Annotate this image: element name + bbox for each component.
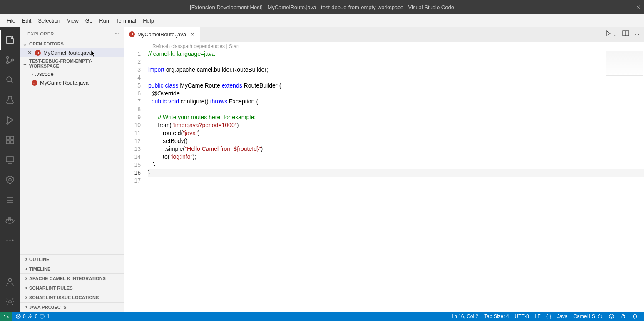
- eol[interactable]: LF: [532, 313, 544, 319]
- section-sonarlint-issue-locations[interactable]: ⌄SONARLINT ISSUE LOCATIONS: [20, 293, 124, 302]
- menu-item-view[interactable]: View: [64, 16, 82, 25]
- tree-filename: MyCamelRoute.java: [40, 80, 89, 86]
- run-dropdown[interactable]: ⌄: [613, 32, 617, 37]
- sidebar: EXPLORER ··· ⌄ OPEN EDITORS ✕ J MyCamelR…: [20, 27, 124, 312]
- chevron-right-icon: ⌄: [22, 286, 28, 291]
- svg-point-15: [7, 240, 8, 241]
- remote-indicator[interactable]: [0, 312, 12, 321]
- run-button[interactable]: [605, 30, 612, 38]
- menu-bar: FileEditSelectionViewGoRunTerminalHelp: [0, 14, 644, 27]
- svg-point-3: [7, 77, 12, 82]
- java-file-icon: J: [35, 50, 41, 56]
- svg-rect-9: [6, 157, 14, 162]
- svg-rect-11: [7, 219, 8, 221]
- minimap[interactable]: [594, 50, 644, 312]
- section-outline[interactable]: ⌄OUTLINE: [20, 254, 124, 264]
- menu-item-run[interactable]: Run: [96, 16, 112, 25]
- menu-item-selection[interactable]: Selection: [35, 16, 63, 25]
- code-content[interactable]: // camel-k: language=java import org.apa…: [148, 50, 644, 312]
- cursor-position[interactable]: Ln 16, Col 2: [448, 313, 481, 319]
- workspace-section[interactable]: ⌄ TEST-DEBUG-FROM-EMPTY-WORKSPACE: [20, 57, 124, 70]
- workspace-label: TEST-DEBUG-FROM-EMPTY-WORKSPACE: [29, 58, 121, 68]
- sidebar-more-icon[interactable]: ···: [114, 30, 119, 38]
- chevron-right-icon: ⌄: [22, 295, 28, 300]
- notifications-icon[interactable]: [629, 313, 641, 319]
- language-brace[interactable]: { }: [544, 313, 554, 319]
- language-mode[interactable]: Java: [554, 313, 570, 319]
- chevron-right-icon: ⌄: [28, 72, 34, 76]
- section-apache-camel-k-integrations[interactable]: ⌄APACHE CAMEL K INTEGRATIONS: [20, 273, 124, 283]
- file-item-java[interactable]: J MyCamelRoute.java: [20, 78, 124, 87]
- code-lens[interactable]: Refresh classpath dependencies | Start: [124, 42, 644, 50]
- svg-rect-13: [11, 219, 12, 221]
- svg-point-24: [30, 317, 30, 318]
- tab-size[interactable]: Tab Size: 4: [481, 313, 512, 319]
- svg-point-18: [8, 278, 12, 282]
- svg-point-0: [7, 57, 9, 59]
- account-icon[interactable]: [0, 272, 20, 292]
- menu-item-help[interactable]: Help: [139, 16, 157, 25]
- search-icon[interactable]: [0, 70, 20, 90]
- java-file-icon: J: [129, 31, 135, 37]
- close-tab-icon[interactable]: ✕: [190, 31, 195, 38]
- open-editor-file[interactable]: ✕ J MyCamelRoute.java: [20, 48, 124, 57]
- extensions-icon[interactable]: [0, 130, 20, 150]
- settings-gear-icon[interactable]: [0, 292, 20, 312]
- explorer-icon[interactable]: [0, 30, 20, 50]
- tab-actions: ⌄ ···: [600, 27, 644, 42]
- chevron-down-icon: ⌄: [22, 40, 27, 47]
- menu-item-file[interactable]: File: [3, 16, 19, 25]
- test-icon[interactable]: [0, 90, 20, 110]
- svg-point-17: [12, 240, 14, 241]
- explorer-title: EXPLORER: [27, 31, 54, 36]
- activity-bar: [0, 27, 20, 312]
- title-bar: [Extension Development Host] - MyCamelRo…: [0, 0, 644, 14]
- remote-explorer-icon[interactable]: [0, 150, 20, 170]
- menu-item-edit[interactable]: Edit: [19, 16, 35, 25]
- info-count: 1: [47, 313, 50, 319]
- window-controls: — ✕: [623, 4, 641, 10]
- section-timeline[interactable]: ⌄TIMELINE: [20, 264, 124, 273]
- tab-more-icon[interactable]: ···: [635, 30, 639, 38]
- thumbs-up-icon[interactable]: [617, 313, 629, 319]
- tab-bar: J MyCamelRoute.java ✕ ⌄ ···: [124, 27, 644, 42]
- section-sonarlint-rules[interactable]: ⌄SONARLINT RULES: [20, 283, 124, 293]
- encoding[interactable]: UTF-8: [512, 313, 532, 319]
- kubernetes-icon[interactable]: [0, 170, 20, 190]
- folder-name: .vscode: [35, 71, 54, 77]
- more-icon[interactable]: [0, 230, 20, 250]
- run-debug-icon[interactable]: [0, 110, 20, 130]
- split-editor-icon[interactable]: [622, 30, 629, 38]
- camel-ls-status[interactable]: Camel LS: [570, 313, 606, 319]
- list-icon[interactable]: [0, 190, 20, 210]
- svg-point-1: [7, 62, 9, 64]
- svg-point-19: [9, 301, 11, 303]
- menu-item-terminal[interactable]: Terminal: [112, 16, 139, 25]
- open-editor-filename: MyCamelRoute.java: [43, 50, 92, 56]
- problems-status[interactable]: 0 0 1: [12, 312, 52, 321]
- minimize-button[interactable]: —: [623, 4, 629, 10]
- close-editor-icon[interactable]: ✕: [27, 50, 33, 56]
- svg-rect-14: [9, 217, 10, 219]
- svg-rect-6: [6, 141, 9, 144]
- chevron-right-icon: ⌄: [22, 305, 28, 310]
- chevron-right-icon: ⌄: [22, 266, 28, 271]
- svg-point-28: [609, 314, 614, 319]
- section-java-projects[interactable]: ⌄JAVA PROJECTS: [20, 302, 124, 312]
- feedback-icon[interactable]: [606, 313, 617, 319]
- editor-body[interactable]: 1234567891011121314151617 // camel-k: la…: [124, 50, 644, 312]
- tab-filename: MyCamelRoute.java: [137, 31, 186, 38]
- editor-tab[interactable]: J MyCamelRoute.java ✕: [124, 27, 200, 42]
- menu-item-go[interactable]: Go: [82, 16, 96, 25]
- folder-item-vscode[interactable]: ⌄ .vscode: [20, 70, 124, 78]
- close-window-button[interactable]: ✕: [636, 4, 641, 10]
- source-control-icon[interactable]: [0, 50, 20, 70]
- error-count: 0: [23, 313, 26, 319]
- editor-area: J MyCamelRoute.java ✕ ⌄ ··· Refresh clas…: [124, 27, 644, 312]
- svg-rect-7: [11, 141, 14, 144]
- main-area: EXPLORER ··· ⌄ OPEN EDITORS ✕ J MyCamelR…: [0, 27, 644, 312]
- status-bar: 0 0 1 Ln 16, Col 2 Tab Size: 4 UTF-8 LF …: [0, 312, 644, 321]
- svg-rect-12: [9, 219, 10, 221]
- open-editors-section[interactable]: ⌄ OPEN EDITORS: [20, 39, 124, 48]
- docker-icon[interactable]: [0, 210, 20, 230]
